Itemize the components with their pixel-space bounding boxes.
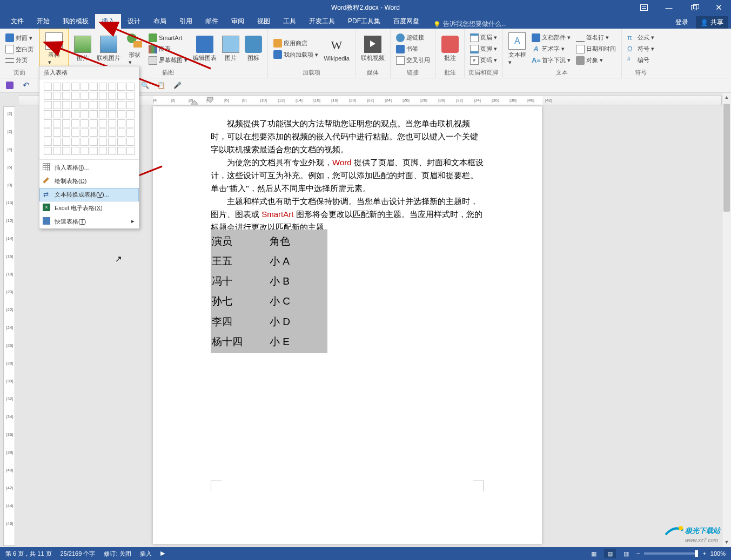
cover-page-button[interactable]: 封面 ▾ [3,32,36,43]
tab-tools[interactable]: 工具 [277,14,303,29]
crossref-button[interactable]: 交叉引用 [394,55,432,66]
store-button[interactable]: 应用商店 [271,38,320,49]
footer-icon [470,45,479,53]
wikipedia-icon: W [328,37,345,54]
minimize-button[interactable]: — [656,0,681,15]
object-icon [576,56,585,65]
group-label: 批注 [439,68,461,78]
convert-text-to-table-item[interactable]: 文本转换成表格(V)... [39,188,139,201]
window-title: Word教程2.docx - Word [331,3,400,12]
group-headerfooter: 页眉 ▾ 页脚 ▾ #页码 ▾ 页眉和页脚 [465,29,503,78]
crossref-icon [396,56,405,65]
equation-button[interactable]: π公式 ▾ [625,32,656,43]
excel-spreadsheet-item[interactable]: XExcel 电子表格(X) [39,201,139,215]
document-page[interactable]: 视频提供了功能强大的方法帮助您证明您的观点。当您单击联机视频时，可以在想要添加的… [153,106,542,544]
vertical-ruler[interactable]: |2||2||4||6||8||10||12||14||16||18||20||… [3,106,15,546]
qat-voice[interactable]: 🎤 [172,80,183,91]
tab-view[interactable]: 视图 [251,14,277,29]
dropcap-icon: A≡ [532,56,540,65]
macro-record-icon[interactable]: ▶ [160,550,165,558]
tell-me-input[interactable]: 告诉我您想要做什么... [433,19,507,29]
addins-icon [273,50,282,59]
dropcap-button[interactable]: A≡首字下沉 ▾ [529,55,573,66]
quick-tables-item[interactable]: 快速表格(T)▸ [39,215,139,228]
save-icon [6,82,14,89]
insert-table-item[interactable]: 插入表格(I)... [39,161,139,174]
login-button[interactable]: 登录 [671,16,693,29]
comment-button[interactable]: 批注 [439,30,461,68]
draw-table-item[interactable]: 绘制表格(D) [39,174,139,188]
scroll-up-icon[interactable]: ▲ [722,93,731,102]
my-addins-button[interactable]: 我的加载项 ▾ [271,49,320,60]
zoom-slider[interactable] [644,552,698,555]
insert-mode[interactable]: 插入 [140,550,152,558]
group-addins: 应用商店 我的加载项 ▾ WWikipedia 加载项 [268,29,356,78]
symbol-button[interactable]: Ω符号 ▾ [625,44,656,55]
qat-save[interactable] [4,80,15,91]
group-symbols: π公式 ▾ Ω符号 ▾ #编号 符号 [622,29,660,78]
first-line-indent-marker[interactable] [207,96,213,105]
tab-developer[interactable]: 开发工具 [303,14,341,29]
object-button[interactable]: 对象 ▾ [574,55,618,66]
person-icon: 👤 [700,19,708,26]
table-size-grid[interactable] [39,79,139,158]
word-count[interactable]: 25/2169 个字 [61,550,96,558]
zoom-level[interactable]: 100% [710,550,726,557]
group-label: 链接 [394,68,432,78]
number-icon: # [627,56,636,65]
quickparts-button[interactable]: 文档部件 ▾ [529,32,573,43]
textbox-icon: A [508,32,526,50]
vertical-scrollbar[interactable]: ▲ ▼ [722,93,731,547]
number-button[interactable]: #编号 [625,55,656,66]
svg-marker-0 [207,97,213,103]
svg-marker-1 [192,100,197,105]
qat-undo[interactable] [21,80,31,91]
footer-button[interactable]: 页脚 ▾ [468,44,499,55]
tab-pdf[interactable]: PDF工具集 [341,14,387,29]
bookmark-button[interactable]: 书签 [394,44,432,55]
track-changes-status[interactable]: 修订: 关闭 [104,550,131,558]
blank-page-button[interactable]: 空白页 [3,44,36,55]
wordart-button[interactable]: A艺术字 ▾ [529,44,573,55]
textbox-button[interactable]: A文本框▾ [506,30,528,68]
close-button[interactable]: ✕ [706,0,731,15]
scrollbar-thumb[interactable] [723,104,730,212]
share-button[interactable]: 👤共享 [696,16,728,29]
datetime-button[interactable]: 日期和时间 [574,44,618,55]
header-icon [470,33,479,42]
parts-icon [532,33,540,42]
group-comments: 批注 批注 [436,29,465,78]
web-layout-button[interactable]: ▥ [620,549,632,558]
tab-baidu[interactable]: 百度网盘 [387,14,426,29]
group-media: 联机视频 媒体 [356,29,391,78]
tab-home[interactable]: 开始 [30,14,56,29]
header-button[interactable]: 页眉 ▾ [468,32,499,43]
picture2-button[interactable]: 图片 [220,30,242,68]
group-label: 媒体 [359,68,387,78]
selected-text-block[interactable]: 演员角色 王五小 A 冯十小 B 孙七小 C 李四小 D 杨十四小 E [211,230,327,353]
page-count[interactable]: 第 6 页，共 11 页 [5,550,52,558]
wikipedia-button[interactable]: WWikipedia [321,30,352,68]
bookmark-icon [396,45,405,53]
zoom-in-button[interactable]: + [702,550,706,557]
tab-file[interactable]: 文件 [4,14,30,29]
online-video-button[interactable]: 联机视频 [359,30,387,68]
hyperlink-button[interactable]: 超链接 [394,32,432,43]
pagenum-button[interactable]: #页码 ▾ [468,55,499,66]
ribbon-options-icon[interactable] [632,0,656,15]
margin-mark [473,481,484,491]
scroll-down-icon[interactable]: ▼ [722,538,731,547]
group-links: 超链接 书签 交叉引用 链接 [391,29,436,78]
group-label: 页面 [3,68,36,78]
left-indent-marker[interactable] [191,100,198,105]
signature-button[interactable]: 签名行 ▾ [574,32,618,43]
read-mode-button[interactable]: ▦ [588,549,600,558]
link-icon [396,33,405,42]
pic2-icon [222,36,239,53]
zoom-out-button[interactable]: − [636,550,640,557]
print-layout-button[interactable]: ▤ [604,549,616,558]
tab-review[interactable]: 审阅 [225,14,251,29]
page-break-button[interactable]: 分页 [3,55,36,65]
restore-button[interactable] [681,0,706,15]
icons-button[interactable]: 图标 [243,30,264,68]
